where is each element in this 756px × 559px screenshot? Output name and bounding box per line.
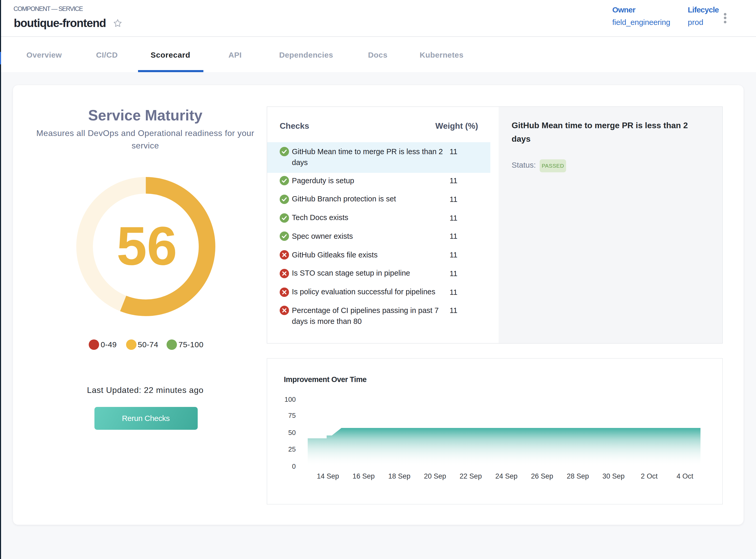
svg-text:56: 56 <box>116 216 177 276</box>
